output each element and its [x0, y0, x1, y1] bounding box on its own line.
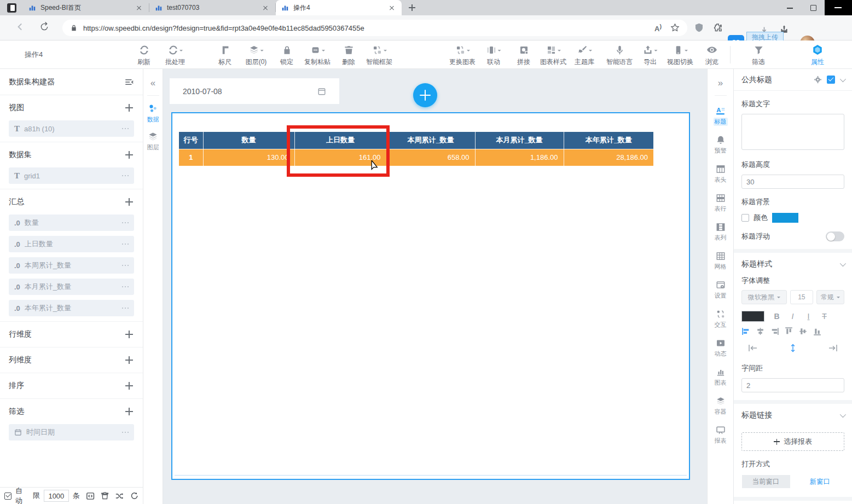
col-header[interactable]: 数量 — [203, 132, 294, 149]
underline-icon[interactable]: I — [802, 310, 815, 323]
delete-button[interactable]: 删除 — [342, 44, 355, 67]
restore-button[interactable] — [802, 0, 825, 15]
clear-trash-icon[interactable] — [101, 491, 109, 500]
font-size-select[interactable]: 15 — [790, 290, 813, 304]
window-menu-icon[interactable] — [7, 3, 16, 13]
code-window-icon[interactable] — [86, 491, 95, 501]
vertical-stretch-icon[interactable] — [789, 344, 797, 352]
close-tab-icon[interactable] — [135, 3, 143, 12]
align-left-icon[interactable] — [741, 327, 751, 336]
tab-active-design[interactable]: 操作4 — [276, 0, 402, 15]
strip-tab-alert[interactable]: 预警 — [708, 130, 733, 159]
strip-tab-title[interactable]: A 标题 — [708, 101, 733, 130]
minimize-button[interactable] — [779, 0, 802, 15]
more-options-icon[interactable] — [122, 432, 129, 433]
col-header[interactable]: 本月累计_数量 — [475, 132, 564, 149]
indent-start-icon[interactable] — [748, 344, 758, 352]
strip-tab-data[interactable]: 数据 — [143, 103, 163, 124]
cell-value[interactable]: 1,186.00 — [475, 149, 564, 166]
site-lock-icon[interactable] — [70, 24, 78, 32]
tab-speedbi-home[interactable]: Speed-BI首页 — [23, 0, 149, 15]
align-bottom-icon[interactable] — [813, 327, 822, 336]
strip-tab-layers[interactable]: 图层 — [143, 131, 163, 152]
security-shield-icon[interactable] — [694, 22, 704, 33]
more-options-icon[interactable] — [122, 308, 129, 309]
properties-button[interactable]: 属性 — [811, 44, 824, 67]
add-col-dimension-button[interactable] — [124, 355, 134, 365]
chevron-down-icon[interactable] — [840, 260, 846, 267]
collapse-panel-icon[interactable]: « — [143, 78, 163, 89]
open-new-window-option[interactable]: 新窗口 — [796, 475, 844, 488]
strip-tab-table-cols[interactable]: 表列 — [708, 217, 733, 246]
expand-panel-icon[interactable]: » — [708, 78, 733, 89]
strip-tab-interaction[interactable]: 交互 — [708, 304, 733, 333]
smart-frame-button[interactable]: 智能框架 — [366, 44, 392, 67]
align-right-icon[interactable] — [770, 327, 779, 336]
align-top-icon[interactable] — [784, 327, 793, 336]
merge-button[interactable]: 拼接 — [517, 44, 530, 67]
aggregate-item[interactable]: .0 数量 — [9, 215, 134, 231]
title-float-toggle[interactable] — [826, 231, 844, 241]
view-switch-button[interactable]: 视图切换 — [667, 44, 693, 67]
add-row-dimension-button[interactable] — [124, 329, 134, 339]
copy-paste-button[interactable]: 复制粘贴 — [304, 44, 331, 67]
col-header[interactable]: 行号 — [179, 132, 203, 149]
font-family-select[interactable]: 微软雅黑 — [741, 290, 787, 304]
calendar-icon[interactable] — [317, 87, 326, 96]
layers-button[interactable]: 图层(0) — [246, 44, 267, 67]
font-weight-select[interactable]: 常规 — [816, 290, 844, 304]
open-current-window-option[interactable]: 当前窗口 — [742, 475, 790, 488]
strip-tab-dynamic[interactable]: 动态 — [708, 333, 733, 362]
align-center-icon[interactable] — [756, 327, 765, 336]
title-height-input[interactable] — [741, 175, 844, 189]
more-options-icon[interactable] — [122, 265, 129, 267]
bg-color-checkbox[interactable] — [741, 214, 749, 222]
chevron-down-icon[interactable] — [840, 412, 846, 418]
favorites-star-icon[interactable] — [670, 23, 680, 32]
filter-button[interactable]: 筛选 — [752, 44, 765, 67]
enable-title-checkbox[interactable] — [827, 76, 835, 84]
strip-tab-report[interactable]: 报表 — [708, 420, 733, 449]
cell-value[interactable]: 130.00 — [203, 149, 294, 166]
add-sort-button[interactable] — [124, 381, 134, 391]
aggregate-item[interactable]: .0 本月累计_数量 — [9, 279, 134, 295]
collapse-list-icon[interactable] — [124, 77, 134, 87]
col-header[interactable]: 本周累计_数量 — [386, 132, 475, 149]
cell-value[interactable]: 658.00 — [386, 149, 475, 166]
batch-button[interactable]: 批处理 — [165, 44, 185, 67]
tab-test070703[interactable]: test070703 — [149, 0, 275, 15]
limit-input[interactable] — [44, 490, 69, 502]
ruler-button[interactable]: 标尺 — [218, 44, 231, 67]
linkage-button[interactable]: 联动 — [486, 44, 501, 67]
reload-icon[interactable] — [39, 22, 49, 32]
gear-icon[interactable] — [814, 76, 822, 84]
filter-item[interactable]: 时间日期 — [9, 424, 134, 441]
aggregate-item[interactable]: .0 本周累计_数量 — [9, 257, 134, 274]
font-color-swatch[interactable] — [741, 311, 764, 322]
strip-tab-settings[interactable]: 设置 — [708, 275, 733, 304]
strip-tab-grid[interactable]: 网格 — [708, 246, 733, 275]
design-canvas[interactable]: 2010-07-08 行号 数量 上日数量 本周累计_数量 本月累计_数量 本年… — [163, 69, 707, 504]
back-icon[interactable] — [15, 22, 25, 32]
add-filter-button[interactable] — [124, 407, 134, 416]
strip-tab-table-head[interactable]: 表头 — [708, 159, 733, 188]
view-item[interactable]: T a81h (10) — [9, 120, 134, 137]
strip-tab-table-rows[interactable]: 表行 — [708, 188, 733, 217]
add-view-button[interactable] — [124, 103, 134, 113]
data-table[interactable]: 行号 数量 上日数量 本周累计_数量 本月累计_数量 本年累计_数量 1 130… — [179, 132, 653, 166]
more-options-icon[interactable] — [122, 244, 129, 245]
lock-button[interactable]: 锁定 — [280, 44, 293, 67]
add-widget-button[interactable] — [413, 83, 437, 107]
add-aggregate-button[interactable] — [124, 197, 134, 207]
export-button[interactable]: 导出 — [643, 44, 658, 67]
more-options-icon[interactable] — [122, 175, 129, 177]
add-dataset-button[interactable] — [124, 150, 134, 160]
date-filter-widget[interactable]: 2010-07-08 — [170, 78, 339, 104]
preview-button[interactable]: 浏览 — [705, 44, 718, 67]
shuffle-icon[interactable] — [115, 491, 124, 501]
letter-spacing-input[interactable] — [741, 378, 844, 392]
extensions-puzzle-icon[interactable] — [712, 22, 723, 33]
more-options-icon[interactable] — [122, 286, 129, 288]
close-tab-icon[interactable] — [387, 3, 396, 12]
url-field[interactable]: https://ow.speedbi.cn/design?fdesign=tru… — [62, 20, 687, 36]
